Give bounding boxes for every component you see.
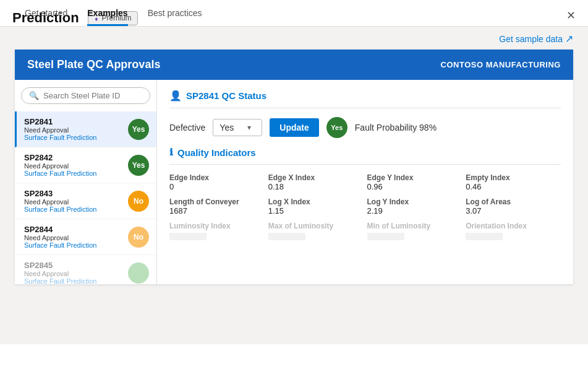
fault-probability-text: Fault Probability 98% bbox=[355, 123, 437, 132]
list-item-sub: Surface Fault Prediction bbox=[24, 277, 122, 284]
defective-value: Yes bbox=[219, 123, 234, 132]
card-company: CONTOSO MANUFACTURING bbox=[441, 60, 561, 69]
list-item[interactable]: SP2843 Need Approval Surface Fault Predi… bbox=[15, 183, 156, 219]
list-item[interactable]: SP2844 Need Approval Surface Fault Predi… bbox=[15, 219, 156, 255]
qi-label: Min of Luminosity bbox=[367, 222, 462, 230]
card-body: 🔍 SP2841 Need Approval Surface Fault Pre… bbox=[15, 80, 573, 284]
list-item-badge: Yes bbox=[128, 155, 149, 176]
defective-label: Defective bbox=[169, 123, 205, 132]
list-item-info: SP2843 Need Approval Surface Fault Predi… bbox=[24, 189, 122, 213]
list-item-info: SP2842 Need Approval Surface Fault Predi… bbox=[24, 153, 122, 177]
list-item-id: SP2844 bbox=[24, 225, 122, 234]
get-sample-data-link[interactable]: Get sample data ↗ bbox=[499, 33, 573, 45]
tab-examples[interactable]: Examples bbox=[87, 8, 127, 26]
left-panel: 🔍 SP2841 Need Approval Surface Fault Pre… bbox=[15, 80, 157, 284]
tab-best-practices[interactable]: Best practices bbox=[148, 8, 202, 26]
list-item-badge: No bbox=[128, 227, 149, 248]
qi-label: Edge Y Index bbox=[367, 173, 462, 182]
info-icon: ℹ bbox=[169, 147, 173, 158]
header: Prediction ⬧ Premium ✕ Get started Examp… bbox=[0, 0, 588, 27]
list-item-id: SP2843 bbox=[24, 189, 122, 198]
card-header: Steel Plate QC Approvals CONTOSO MANUFAC… bbox=[15, 50, 573, 80]
list-item-badge: No bbox=[128, 191, 149, 212]
qi-value: 0.18 bbox=[268, 182, 364, 191]
qi-value: 1687 bbox=[169, 206, 265, 215]
list-item-id: SP2845 bbox=[24, 261, 122, 270]
qi-item: Log X Index 1.15 bbox=[268, 198, 364, 215]
list-item-sub: Surface Fault Prediction bbox=[24, 170, 122, 177]
qi-item: Edge Index 0 bbox=[169, 173, 265, 191]
divider-2 bbox=[169, 164, 561, 165]
qi-item: Length of Conveyer 1687 bbox=[169, 198, 265, 215]
qi-label: Max of Luminosity bbox=[268, 222, 364, 230]
list-item-id: SP2842 bbox=[24, 153, 122, 162]
qi-label: Luminosity Index bbox=[169, 222, 265, 230]
status-row: Defective Yes ▾ Update Yes Fault Probabi… bbox=[169, 117, 561, 138]
tabs: Get started Examples Best practices bbox=[12, 8, 215, 26]
qi-value: 3.07 bbox=[466, 206, 561, 215]
list-item-status: Need Approval bbox=[24, 126, 122, 134]
close-button[interactable]: ✕ bbox=[566, 9, 576, 22]
list-item[interactable]: SP2842 Need Approval Surface Fault Predi… bbox=[15, 147, 156, 183]
quality-indicators-title: ℹ Quality Indicators bbox=[169, 147, 561, 158]
card: Steel Plate QC Approvals CONTOSO MANUFAC… bbox=[15, 50, 573, 284]
qi-label: Log Y Index bbox=[367, 198, 462, 206]
qi-value bbox=[268, 233, 305, 240]
qi-item: Edge Y Index 0.96 bbox=[367, 173, 462, 191]
search-box[interactable]: 🔍 bbox=[21, 87, 150, 104]
qi-value: 2.19 bbox=[367, 206, 462, 215]
qi-value bbox=[367, 233, 404, 240]
list-item-info: SP2841 Need Approval Surface Fault Predi… bbox=[24, 117, 122, 141]
list-item-status: Need Approval bbox=[24, 198, 122, 206]
main-content: Steel Plate QC Approvals CONTOSO MANUFAC… bbox=[0, 50, 588, 344]
list-item-badge bbox=[128, 263, 149, 284]
qi-item: Min of Luminosity bbox=[367, 222, 462, 240]
right-panel: 👤 SP2841 QC Status Defective Yes ▾ Updat… bbox=[157, 80, 573, 284]
qi-item: Log Y Index 2.19 bbox=[367, 198, 462, 215]
qi-value: 1.15 bbox=[268, 206, 364, 215]
qi-value: 0 bbox=[169, 182, 265, 191]
qi-item: Edge X Index 0.18 bbox=[268, 173, 364, 191]
defective-dropdown[interactable]: Yes ▾ bbox=[213, 119, 262, 136]
qi-value bbox=[466, 233, 503, 240]
qc-status-title: 👤 SP2841 QC Status bbox=[169, 90, 561, 102]
list-item[interactable]: SP2845 Need Approval Surface Fault Predi… bbox=[15, 255, 156, 284]
sample-data-label: Get sample data bbox=[499, 34, 563, 44]
qi-value: 0.46 bbox=[466, 182, 561, 191]
qi-label: Empty Index bbox=[466, 173, 561, 182]
list-item-status: Need Approval bbox=[24, 162, 122, 170]
qi-label: Length of Conveyer bbox=[169, 198, 265, 206]
list-item-info: SP2845 Need Approval Surface Fault Predi… bbox=[24, 261, 122, 284]
list-item-id: SP2841 bbox=[24, 117, 122, 126]
qi-label: Log X Index bbox=[268, 198, 364, 206]
qi-item: Empty Index 0.46 bbox=[466, 173, 561, 191]
list-item-sub: Surface Fault Prediction bbox=[24, 241, 122, 249]
qi-label: Edge X Index bbox=[268, 173, 364, 182]
list-item-info: SP2844 Need Approval Surface Fault Predi… bbox=[24, 225, 122, 249]
chevron-down-icon: ▾ bbox=[247, 123, 251, 132]
qi-label: Orientation Index bbox=[466, 222, 561, 230]
qi-item: Luminosity Index bbox=[169, 222, 265, 240]
search-icon: 🔍 bbox=[29, 91, 39, 100]
update-button[interactable]: Update bbox=[270, 118, 318, 137]
qi-item: Log of Areas 3.07 bbox=[466, 198, 561, 215]
card-title: Steel Plate QC Approvals bbox=[27, 58, 160, 71]
sample-data-bar: Get sample data ↗ bbox=[0, 27, 588, 50]
qi-value bbox=[169, 233, 207, 240]
yes-fault-badge: Yes bbox=[326, 117, 347, 138]
qi-item: Orientation Index bbox=[466, 222, 561, 240]
person-icon: 👤 bbox=[169, 90, 182, 102]
external-link-icon: ↗ bbox=[565, 33, 573, 45]
list-item-status: Need Approval bbox=[24, 270, 122, 277]
list-item-sub: Surface Fault Prediction bbox=[24, 206, 122, 213]
divider bbox=[169, 108, 561, 108]
quality-indicators-grid: Edge Index 0 Edge X Index 0.18 Edge Y In… bbox=[169, 173, 561, 240]
list-item[interactable]: SP2841 Need Approval Surface Fault Predi… bbox=[15, 111, 156, 147]
list-item-badge: Yes bbox=[128, 119, 149, 140]
tab-get-started[interactable]: Get started bbox=[25, 8, 67, 26]
search-input[interactable] bbox=[43, 91, 142, 100]
list-item-sub: Surface Fault Prediction bbox=[24, 134, 122, 141]
qi-label: Log of Areas bbox=[466, 198, 561, 206]
qi-label: Edge Index bbox=[169, 173, 265, 182]
qi-value: 0.96 bbox=[367, 182, 462, 191]
